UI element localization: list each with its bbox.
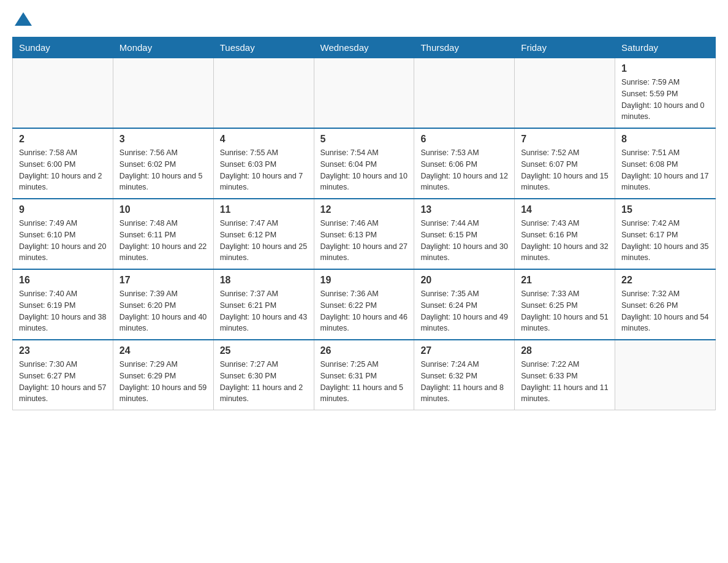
day-number: 24 xyxy=(119,345,207,356)
day-number: 3 xyxy=(119,134,207,145)
day-info: Sunrise: 7:40 AM Sunset: 6:19 PM Dayligh… xyxy=(19,288,107,334)
day-info: Sunrise: 7:47 AM Sunset: 6:12 PM Dayligh… xyxy=(220,218,308,264)
calendar-cell: 18Sunrise: 7:37 AM Sunset: 6:21 PM Dayli… xyxy=(213,269,314,340)
day-info: Sunrise: 7:56 AM Sunset: 6:02 PM Dayligh… xyxy=(119,147,207,193)
calendar-cell xyxy=(615,340,716,410)
day-info: Sunrise: 7:36 AM Sunset: 6:22 PM Dayligh… xyxy=(320,288,408,334)
day-header-thursday: Thursday xyxy=(414,37,515,58)
day-info: Sunrise: 7:55 AM Sunset: 6:03 PM Dayligh… xyxy=(220,147,308,193)
day-number: 22 xyxy=(621,275,709,286)
week-row: 23Sunrise: 7:30 AM Sunset: 6:27 PM Dayli… xyxy=(13,340,716,410)
day-header-wednesday: Wednesday xyxy=(314,37,414,58)
calendar-table: SundayMondayTuesdayWednesdayThursdayFrid… xyxy=(12,37,716,410)
day-info: Sunrise: 7:35 AM Sunset: 6:24 PM Dayligh… xyxy=(420,288,508,334)
day-number: 28 xyxy=(521,345,609,356)
day-number: 12 xyxy=(320,204,408,215)
day-number: 25 xyxy=(220,345,308,356)
day-number: 23 xyxy=(19,345,107,356)
day-number: 6 xyxy=(420,134,508,145)
day-info: Sunrise: 7:32 AM Sunset: 6:26 PM Dayligh… xyxy=(621,288,709,334)
calendar-cell: 9Sunrise: 7:49 AM Sunset: 6:10 PM Daylig… xyxy=(13,199,113,269)
day-info: Sunrise: 7:52 AM Sunset: 6:07 PM Dayligh… xyxy=(521,147,609,193)
calendar-cell: 11Sunrise: 7:47 AM Sunset: 6:12 PM Dayli… xyxy=(213,199,314,269)
day-number: 7 xyxy=(521,134,609,145)
page-header xyxy=(12,12,716,27)
logo xyxy=(12,12,32,27)
calendar-cell: 22Sunrise: 7:32 AM Sunset: 6:26 PM Dayli… xyxy=(615,269,716,340)
calendar-cell: 20Sunrise: 7:35 AM Sunset: 6:24 PM Dayli… xyxy=(414,269,515,340)
calendar-cell: 7Sunrise: 7:52 AM Sunset: 6:07 PM Daylig… xyxy=(515,128,615,199)
day-number: 16 xyxy=(19,275,107,286)
calendar-cell: 4Sunrise: 7:55 AM Sunset: 6:03 PM Daylig… xyxy=(213,128,314,199)
day-info: Sunrise: 7:30 AM Sunset: 6:27 PM Dayligh… xyxy=(19,359,107,405)
day-info: Sunrise: 7:53 AM Sunset: 6:06 PM Dayligh… xyxy=(420,147,508,193)
week-row: 1Sunrise: 7:59 AM Sunset: 5:59 PM Daylig… xyxy=(13,58,716,129)
calendar-cell: 19Sunrise: 7:36 AM Sunset: 6:22 PM Dayli… xyxy=(314,269,414,340)
calendar-cell: 26Sunrise: 7:25 AM Sunset: 6:31 PM Dayli… xyxy=(314,340,414,410)
day-number: 20 xyxy=(420,275,508,286)
header-row: SundayMondayTuesdayWednesdayThursdayFrid… xyxy=(13,37,716,58)
week-row: 16Sunrise: 7:40 AM Sunset: 6:19 PM Dayli… xyxy=(13,269,716,340)
day-info: Sunrise: 7:44 AM Sunset: 6:15 PM Dayligh… xyxy=(420,218,508,264)
day-number: 2 xyxy=(19,134,107,145)
day-number: 21 xyxy=(521,275,609,286)
day-info: Sunrise: 7:48 AM Sunset: 6:11 PM Dayligh… xyxy=(119,218,207,264)
day-header-friday: Friday xyxy=(515,37,615,58)
calendar-cell xyxy=(515,58,615,129)
day-number: 9 xyxy=(19,204,107,215)
day-header-tuesday: Tuesday xyxy=(213,37,314,58)
week-row: 9Sunrise: 7:49 AM Sunset: 6:10 PM Daylig… xyxy=(13,199,716,269)
calendar-cell xyxy=(213,58,314,129)
logo-triangle-icon xyxy=(15,12,32,26)
day-header-monday: Monday xyxy=(113,37,213,58)
day-info: Sunrise: 7:51 AM Sunset: 6:08 PM Dayligh… xyxy=(621,147,709,193)
calendar-cell: 21Sunrise: 7:33 AM Sunset: 6:25 PM Dayli… xyxy=(515,269,615,340)
day-number: 1 xyxy=(621,63,709,74)
calendar-cell xyxy=(113,58,213,129)
calendar-cell: 3Sunrise: 7:56 AM Sunset: 6:02 PM Daylig… xyxy=(113,128,213,199)
day-number: 5 xyxy=(320,134,408,145)
day-info: Sunrise: 7:27 AM Sunset: 6:30 PM Dayligh… xyxy=(220,359,308,405)
calendar-cell: 6Sunrise: 7:53 AM Sunset: 6:06 PM Daylig… xyxy=(414,128,515,199)
calendar-cell: 28Sunrise: 7:22 AM Sunset: 6:33 PM Dayli… xyxy=(515,340,615,410)
day-number: 15 xyxy=(621,204,709,215)
calendar-cell: 15Sunrise: 7:42 AM Sunset: 6:17 PM Dayli… xyxy=(615,199,716,269)
calendar-cell: 13Sunrise: 7:44 AM Sunset: 6:15 PM Dayli… xyxy=(414,199,515,269)
calendar-cell xyxy=(13,58,113,129)
calendar-cell: 2Sunrise: 7:58 AM Sunset: 6:00 PM Daylig… xyxy=(13,128,113,199)
day-number: 10 xyxy=(119,204,207,215)
calendar-cell: 17Sunrise: 7:39 AM Sunset: 6:20 PM Dayli… xyxy=(113,269,213,340)
calendar-cell xyxy=(314,58,414,129)
day-number: 14 xyxy=(521,204,609,215)
day-number: 19 xyxy=(320,275,408,286)
day-header-sunday: Sunday xyxy=(13,37,113,58)
calendar-cell: 23Sunrise: 7:30 AM Sunset: 6:27 PM Dayli… xyxy=(13,340,113,410)
day-info: Sunrise: 7:42 AM Sunset: 6:17 PM Dayligh… xyxy=(621,218,709,264)
day-info: Sunrise: 7:24 AM Sunset: 6:32 PM Dayligh… xyxy=(420,359,508,405)
day-info: Sunrise: 7:37 AM Sunset: 6:21 PM Dayligh… xyxy=(220,288,308,334)
day-number: 18 xyxy=(220,275,308,286)
calendar-cell: 14Sunrise: 7:43 AM Sunset: 6:16 PM Dayli… xyxy=(515,199,615,269)
week-row: 2Sunrise: 7:58 AM Sunset: 6:00 PM Daylig… xyxy=(13,128,716,199)
calendar-cell xyxy=(414,58,515,129)
calendar-cell: 5Sunrise: 7:54 AM Sunset: 6:04 PM Daylig… xyxy=(314,128,414,199)
day-header-saturday: Saturday xyxy=(615,37,716,58)
day-info: Sunrise: 7:39 AM Sunset: 6:20 PM Dayligh… xyxy=(119,288,207,334)
day-info: Sunrise: 7:58 AM Sunset: 6:00 PM Dayligh… xyxy=(19,147,107,193)
day-info: Sunrise: 7:49 AM Sunset: 6:10 PM Dayligh… xyxy=(19,218,107,264)
day-number: 17 xyxy=(119,275,207,286)
calendar-cell: 24Sunrise: 7:29 AM Sunset: 6:29 PM Dayli… xyxy=(113,340,213,410)
calendar-cell: 25Sunrise: 7:27 AM Sunset: 6:30 PM Dayli… xyxy=(213,340,314,410)
day-number: 4 xyxy=(220,134,308,145)
day-info: Sunrise: 7:22 AM Sunset: 6:33 PM Dayligh… xyxy=(521,359,609,405)
calendar-cell: 8Sunrise: 7:51 AM Sunset: 6:08 PM Daylig… xyxy=(615,128,716,199)
day-number: 13 xyxy=(420,204,508,215)
day-info: Sunrise: 7:43 AM Sunset: 6:16 PM Dayligh… xyxy=(521,218,609,264)
day-info: Sunrise: 7:46 AM Sunset: 6:13 PM Dayligh… xyxy=(320,218,408,264)
calendar-cell: 1Sunrise: 7:59 AM Sunset: 5:59 PM Daylig… xyxy=(615,58,716,129)
calendar-cell: 12Sunrise: 7:46 AM Sunset: 6:13 PM Dayli… xyxy=(314,199,414,269)
day-info: Sunrise: 7:33 AM Sunset: 6:25 PM Dayligh… xyxy=(521,288,609,334)
day-number: 26 xyxy=(320,345,408,356)
day-number: 11 xyxy=(220,204,308,215)
day-info: Sunrise: 7:54 AM Sunset: 6:04 PM Dayligh… xyxy=(320,147,408,193)
